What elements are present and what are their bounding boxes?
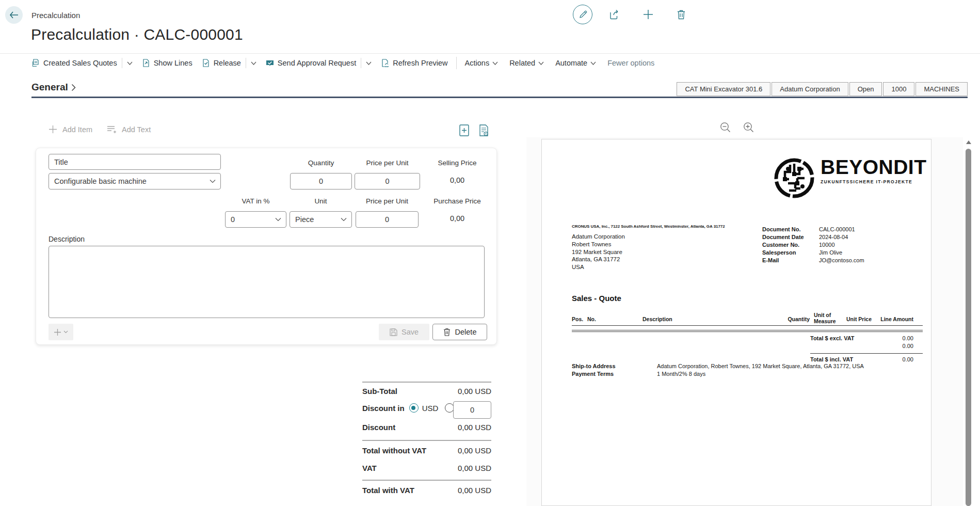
related-menu[interactable]: Related [509,59,544,67]
page-title: Precalculation · CALC-000001 [31,26,243,43]
selling-price-label: Selling Price [423,159,491,167]
sender-line: CRONUS USA, Inc., 7122 South Ashford Str… [572,224,725,229]
created-sales-quotes-button[interactable]: Created Sales Quotes [31,59,117,67]
info-label: Document No. [762,226,801,232]
action-toolbar: Created Sales Quotes Show Lines Release [31,54,666,72]
card-header-icons [458,124,490,137]
col-header-unit-price: Unit Price [820,316,872,322]
automate-menu[interactable]: Automate [555,59,596,67]
delete-button[interactable]: Delete [432,324,487,340]
send-approval-dropdown[interactable] [366,61,372,65]
tag-customer[interactable]: Adatum Corporation [772,82,848,96]
add-line-button[interactable] [49,324,73,340]
plus-icon [643,9,653,20]
col-header-no: No. [587,316,596,322]
logo-brain-circuit-icon [774,156,815,200]
approval-icon [266,59,274,67]
discount-input[interactable] [453,401,491,419]
add-card-icon[interactable] [458,124,470,137]
price-per-unit2-label: Price per Unit [356,197,419,205]
vat-row: VAT 0,00 USD [362,464,491,472]
show-lines-button[interactable]: Show Lines [142,59,192,67]
description-textarea[interactable] [49,246,485,318]
chevron-down-icon [341,217,347,222]
col-header-quantity: Quantity [758,316,810,322]
chevron-down-icon [275,217,281,222]
info-value: 10000 [819,242,835,248]
col-header-line-amount: Line Amount [874,316,913,322]
release-icon [202,59,210,67]
price-per-unit-label: Price per Unit [355,159,420,167]
fewer-options-link[interactable]: Fewer options [607,59,654,67]
ship-to-label: Ship-to Address [572,363,616,369]
payment-terms-value: 1 Month/2% 8 days [657,371,705,377]
general-section-header[interactable]: General [31,82,76,93]
share-button[interactable] [605,4,625,25]
tag-item-description[interactable]: CAT Mini Excavator 301.6 [677,82,770,96]
line-actions: Add Item Add Text [49,125,160,134]
scrollbar-up-arrow[interactable] [966,140,971,144]
release-button[interactable]: Release [202,59,241,67]
vendor-logo: BEYONDIT ZUKUNFTSSICHERE IT-PROJEKTE [774,156,927,200]
add-item-button[interactable]: Add Item [62,125,92,134]
add-button[interactable] [638,4,658,25]
zoom-out-icon[interactable] [720,122,731,133]
info-label: E-Mail [762,257,779,263]
tag-customer-no[interactable]: 1000 [883,82,914,96]
zoom-in-icon[interactable] [743,122,754,133]
totals-divider [362,440,491,441]
report-layout-icon[interactable] [477,124,490,137]
scrollbar-thumb[interactable] [966,149,971,506]
quantity-label: Quantity [290,159,352,167]
edit-button[interactable] [573,5,592,24]
discount-usd-radio[interactable] [409,403,419,413]
breadcrumb[interactable]: Precalculation [31,11,80,20]
info-value: Jim Olive [819,249,842,256]
delete-page-button[interactable] [671,4,692,25]
table-rule [572,325,923,326]
share-icon [609,9,621,20]
tag-status[interactable]: Open [849,82,882,96]
description-label: Description [49,235,85,243]
machine-select[interactable]: Configurable basic machine [49,173,221,189]
unit-select[interactable]: Piece [290,211,352,228]
actions-menu[interactable]: Actions [465,59,499,67]
add-item-icon [49,125,57,134]
col-header-pos: Pos. [572,316,583,322]
info-value: JO@contoso.com [819,257,864,263]
release-dropdown[interactable] [251,61,256,65]
ship-to-value: Adatum Corporation, Robert Townes, 192 M… [657,363,864,369]
refresh-preview-button[interactable]: Refresh Preview [381,59,447,67]
purchase-price-value: 0,00 [423,214,491,223]
totals-divider [362,382,491,383]
quantity-input[interactable] [290,173,352,189]
info-label: Salesperson [762,249,796,256]
back-button[interactable] [5,6,23,24]
info-label: Document Date [762,234,804,240]
document-title: Sales - Quote [572,294,621,303]
info-label: Customer No. [762,242,799,248]
recipient-address: Adatum Corporation Robert Townes 192 Mar… [572,233,625,271]
vat-label: VAT in % [225,197,286,205]
show-lines-icon [142,59,150,67]
title-input[interactable] [49,154,221,170]
precalculation-page: Precalculation Precalculation · CALC-000… [0,0,980,506]
send-approval-request-button[interactable]: Send Approval Request [266,59,356,67]
total-with-vat-row: Total with VAT 0,00 USD [362,486,491,495]
created-sales-quotes-dropdown[interactable] [127,61,133,65]
vat-select[interactable]: 0 [225,211,286,228]
price-per-unit2-input[interactable] [356,211,419,228]
purchase-price-label: Purchase Price [423,197,491,205]
top-action-bar [573,4,692,25]
save-icon [390,328,397,336]
logo-tagline: ZUKUNFTSSICHERE IT-PROJEKTE [821,179,927,184]
unit-label: Unit [290,197,352,205]
refresh-icon [381,59,389,67]
discount-row: Discount 0,00 USD [362,423,491,432]
chevron-down-icon [210,179,216,183]
save-button[interactable]: Save [379,324,429,340]
tag-item-category[interactable]: MACHINES [915,82,968,96]
col-header-description: Description [642,316,672,322]
add-text-button[interactable]: Add Text [122,125,151,134]
price-per-unit-input[interactable] [355,173,420,189]
